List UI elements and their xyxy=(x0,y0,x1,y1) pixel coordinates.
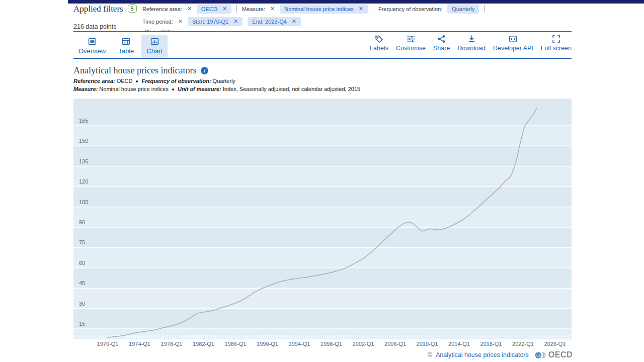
chart-meta-line-2: Measure: Nominal house price indicesUnit… xyxy=(73,86,360,92)
labels-button-label: Labels xyxy=(370,45,388,52)
tab-chart-label: Chart xyxy=(146,47,163,55)
chip-frequency-value: Quarterly xyxy=(452,6,474,12)
data-points-count: 216 data points xyxy=(73,23,117,30)
overview-icon xyxy=(88,37,97,46)
top-navy-bar xyxy=(68,0,644,4)
meta-value: Nominal house price indices xyxy=(99,86,169,92)
source-link[interactable]: Analytical house prices indicators xyxy=(436,351,529,358)
x-axis-tick-label: 1986-Q1 xyxy=(218,341,253,347)
oecd-logo-text: OECD xyxy=(548,350,573,359)
sliders-icon xyxy=(407,35,415,43)
applied-filters-label: Applied filters xyxy=(73,4,123,14)
header-divider xyxy=(73,31,572,32)
developer-api-button-label: Developer API xyxy=(493,45,533,52)
chip-reference-area-value: OECD xyxy=(201,6,217,12)
tab-chart[interactable]: Chart xyxy=(141,35,168,58)
x-axis-tick-label: 1994-Q1 xyxy=(282,341,317,347)
labels-button[interactable]: Labels xyxy=(370,35,388,52)
measure-label: Measure: xyxy=(242,6,265,12)
tag-icon xyxy=(375,35,383,43)
chip-frequency[interactable]: Quarterly xyxy=(447,5,479,14)
fullscreen-button[interactable]: Full screen xyxy=(541,35,572,52)
time-period-label: Time period: xyxy=(142,19,173,25)
chip-measure[interactable]: Nominal house price indices ✕ xyxy=(280,5,368,14)
y-axis-tick-label: 60 xyxy=(79,260,85,266)
oecd-globe-icon xyxy=(534,351,547,359)
y-axis-tick-label: 75 xyxy=(79,239,85,245)
clear-time-period-icon[interactable]: ✕ xyxy=(178,19,183,24)
download-button[interactable]: Download xyxy=(457,35,486,52)
y-axis-tick-label: 30 xyxy=(79,301,85,307)
x-axis-tick-label: 1974-Q1 xyxy=(122,341,157,347)
chip-close-icon[interactable]: ✕ xyxy=(292,19,296,24)
customise-button[interactable]: Customise xyxy=(396,35,426,52)
clear-reference-area-icon[interactable]: ✕ xyxy=(187,6,192,12)
filter-count-badge: 5 xyxy=(128,5,137,13)
fullscreen-button-label: Full screen xyxy=(541,45,572,52)
toolbar-underline xyxy=(73,58,572,59)
download-icon xyxy=(467,35,476,43)
chip-time-end[interactable]: End: 2023-Q4 ✕ xyxy=(248,17,301,26)
fullscreen-icon xyxy=(552,35,560,43)
chart-meta-line-1: Reference area: OECDFrequency of observa… xyxy=(73,78,235,84)
x-axis-tick-label: 2010-Q1 xyxy=(410,341,445,347)
customise-button-label: Customise xyxy=(396,45,426,52)
bullet-separator xyxy=(136,80,138,82)
api-icon xyxy=(509,35,517,43)
x-axis-tick-label: 1998-Q1 xyxy=(313,341,349,347)
copyright-symbol: © xyxy=(428,351,432,358)
meta-label: Reference area: xyxy=(73,78,115,84)
oecd-logo: OECD xyxy=(534,350,573,359)
tab-overview-label: Overview xyxy=(78,47,106,55)
chip-reference-area[interactable]: OECD ✕ xyxy=(197,5,231,14)
bullet-separator xyxy=(172,88,174,90)
chart-footer: © Analytical house prices indicators OEC… xyxy=(428,350,573,359)
x-axis-tick-label: 2018-Q1 xyxy=(473,341,509,347)
tab-overview[interactable]: Overview xyxy=(73,35,111,58)
x-axis-tick-label: 2006-Q1 xyxy=(377,341,413,347)
developer-api-button[interactable]: Developer API xyxy=(493,35,533,52)
x-axis-labels: 1970-Q11974-Q11978-Q11982-Q11986-Q11990-… xyxy=(73,341,572,348)
chip-measure-value: Nominal house price indices xyxy=(284,6,354,12)
chip-close-icon[interactable]: ✕ xyxy=(233,19,238,24)
view-toolbar: Overview Table xyxy=(73,35,572,58)
filter-divider xyxy=(484,5,485,13)
chip-close-icon[interactable]: ✕ xyxy=(359,6,363,12)
x-axis-tick-label: 1982-Q1 xyxy=(186,341,221,347)
tab-table[interactable]: Table xyxy=(113,35,139,58)
view-tabs: Overview Table xyxy=(73,35,168,58)
filter-row-1: Reference area: ✕ OECD ✕ Measure: ✕ Nomi… xyxy=(142,4,485,14)
meta-label: Measure: xyxy=(73,86,98,92)
applied-filters-heading: Applied filters 5 xyxy=(73,4,137,14)
x-axis-tick-label: 2014-Q1 xyxy=(441,341,476,347)
share-icon xyxy=(437,35,446,43)
share-button-label: Share xyxy=(433,45,450,52)
y-axis-tick-label: 135 xyxy=(79,158,88,164)
toolbar-actions: Labels Customise xyxy=(370,35,572,52)
bar-chart-icon xyxy=(150,37,159,46)
x-axis-tick-label: 1970-Q1 xyxy=(90,341,125,347)
chip-time-start[interactable]: Start: 1970-Q1 ✕ xyxy=(188,17,243,26)
filter-row-2: Time period: ✕ Start: 1970-Q1 ✕ End: 202… xyxy=(142,16,485,27)
meta-value: Index, Seasonally adjusted, not calendar… xyxy=(223,86,360,92)
chart-canvas xyxy=(73,99,572,339)
x-axis-tick-label: 1978-Q1 xyxy=(154,341,189,347)
y-axis-tick-label: 15 xyxy=(79,321,85,327)
tab-table-label: Table xyxy=(118,47,134,55)
chart-panel: 153045607590105120135150165 xyxy=(73,99,572,339)
clear-measure-icon[interactable]: ✕ xyxy=(270,6,275,12)
meta-label: Frequency of observation: xyxy=(141,78,211,84)
meta-value: OECD xyxy=(117,78,133,84)
meta-label: Unit of measure: xyxy=(178,86,221,92)
meta-value: Quarterly xyxy=(213,78,235,84)
y-axis-tick-label: 105 xyxy=(79,199,88,205)
x-axis-tick-label: 2026-Q1 xyxy=(537,341,573,347)
table-icon xyxy=(122,37,130,46)
page-title: Analytical house prices indicators xyxy=(73,65,196,76)
share-button[interactable]: Share xyxy=(433,35,450,52)
chip-close-icon[interactable]: ✕ xyxy=(222,6,227,12)
y-axis-tick-label: 120 xyxy=(79,178,88,185)
frequency-label: Frequency of observation: xyxy=(378,6,442,12)
info-icon[interactable]: i xyxy=(201,67,208,74)
oecd-data-explorer-page: Applied filters 5 Reference area: ✕ OECD… xyxy=(0,0,644,362)
